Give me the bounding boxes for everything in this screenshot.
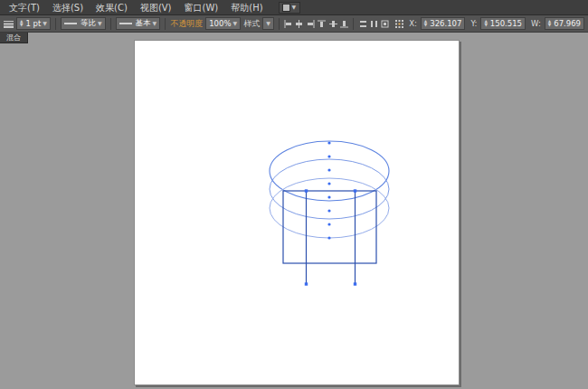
blend-artwork[interactable]: [135, 41, 460, 386]
width-profile-label: 等比: [81, 18, 96, 29]
y-field-value: 150.515: [490, 19, 522, 28]
menu-effect[interactable]: 效果(C): [90, 0, 134, 15]
illustrator-window: 文字(T) 选择(S) 效果(C) 视图(V) 窗口(W) 帮助(H) ▼ ▲▼…: [0, 0, 588, 389]
align-horizontal-left-icon[interactable]: [284, 17, 292, 30]
document-tab[interactable]: 混合: [0, 33, 28, 43]
align-vertical-top-icon[interactable]: [318, 17, 326, 30]
transform-panel-icon[interactable]: [381, 17, 389, 30]
menu-bar: 文字(T) 选择(S) 效果(C) 视图(V) 窗口(W) 帮助(H) ▼: [0, 0, 588, 15]
stepper-icon[interactable]: ▲▼: [20, 20, 23, 28]
stroke-weight-field[interactable]: ▲▼ 1 pt ▼: [16, 17, 51, 30]
align-vertical-middle-icon[interactable]: [329, 17, 337, 30]
ellipse-bottom[interactable]: [270, 178, 389, 238]
control-bar: ▲▼ 1 pt ▼ 等比 ▼ 基本 ▼ 不透明度 100% ▼ 样式 ▼: [0, 15, 588, 33]
reference-point-icon[interactable]: [395, 17, 403, 30]
chevron-down-icon: ▼: [233, 21, 238, 26]
stroke-panel-icon[interactable]: [4, 17, 14, 30]
chevron-down-icon: ▼: [43, 21, 47, 26]
divider: [55, 18, 56, 30]
menu-window[interactable]: 窗口(W): [178, 0, 225, 15]
align-horizontal-center-icon[interactable]: [295, 17, 303, 30]
brush-definition-select[interactable]: 基本 ▼: [116, 17, 161, 30]
stepper-icon[interactable]: ▲▼: [484, 20, 487, 28]
x-field[interactable]: ▲▼ 326.107: [421, 17, 466, 30]
distribute-vertical-icon[interactable]: [358, 17, 366, 30]
opacity-field[interactable]: 100% ▼: [205, 17, 241, 30]
menu-select[interactable]: 选择(S): [46, 0, 90, 15]
arrange-documents-button[interactable]: ▼: [279, 2, 301, 14]
opacity-link[interactable]: 不透明度: [170, 18, 203, 30]
stepper-icon[interactable]: ▲▼: [424, 20, 427, 28]
width-profile-select[interactable]: 等比 ▼: [61, 17, 106, 30]
menu-type[interactable]: 文字(T): [3, 0, 46, 15]
y-field[interactable]: ▲▼ 150.515: [480, 17, 526, 30]
w-field-label: W:: [531, 19, 541, 28]
w-field-value: 67.969: [554, 19, 581, 28]
chevron-down-icon: ▼: [153, 21, 157, 26]
x-field-value: 326.107: [430, 19, 461, 28]
align-horizontal-right-icon[interactable]: [307, 17, 315, 30]
document-tab-label: 混合: [6, 33, 21, 43]
style-select[interactable]: ▼: [262, 17, 274, 30]
divider: [165, 18, 166, 30]
artboard[interactable]: [134, 40, 460, 385]
menu-view[interactable]: 视图(V): [134, 0, 178, 15]
chevron-down-icon: ▼: [266, 21, 270, 26]
arrange-documents-icon: [283, 5, 289, 11]
chevron-down-icon: ▼: [292, 5, 297, 10]
opacity-value: 100%: [209, 19, 231, 28]
stroke-weight-value: 1 pt: [25, 19, 41, 28]
x-field-label: X:: [409, 19, 417, 28]
brush-definition-label: 基本: [136, 18, 151, 29]
canvas-area[interactable]: 混合: [0, 33, 588, 389]
divider: [279, 18, 280, 30]
y-field-label: Y:: [470, 19, 477, 28]
distribute-horizontal-icon[interactable]: [370, 17, 378, 30]
w-field[interactable]: ▲▼ 67.969: [545, 17, 584, 30]
chevron-down-icon: ▼: [98, 21, 102, 26]
rectangle-path[interactable]: [283, 191, 376, 263]
style-label: 样式: [243, 18, 260, 30]
align-vertical-bottom-icon[interactable]: [340, 17, 348, 30]
uniform-profile-icon: [64, 23, 77, 24]
menu-help[interactable]: 帮助(H): [224, 0, 269, 15]
basic-brush-icon: [119, 23, 132, 24]
stepper-icon[interactable]: ▲▼: [548, 20, 551, 28]
divider: [353, 18, 354, 30]
divider: [110, 18, 111, 30]
